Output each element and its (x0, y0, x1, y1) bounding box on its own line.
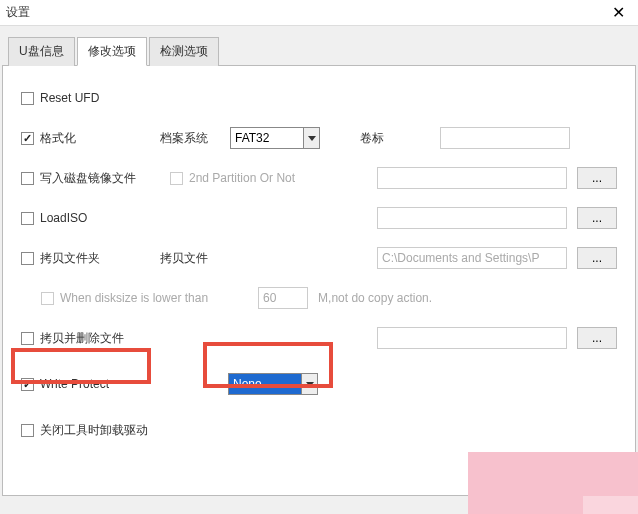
row-copy-folder: 拷贝文件夹 拷贝文件 C:\Documents and Settings\P .… (21, 246, 617, 270)
row-write-protect: Write Protect None (21, 372, 617, 396)
label-unload-driver: 关闭工具时卸载驱动 (40, 422, 190, 439)
checkbox-format[interactable] (21, 132, 34, 145)
options-panel: Reset UFD 格式化 档案系统 FAT32 卷标 写入磁盘镜像文件 2nd… (2, 66, 636, 496)
checkbox-disksize (41, 292, 54, 305)
input-copy-folder-path[interactable]: C:\Documents and Settings\P (377, 247, 567, 269)
label-filesystem: 档案系统 (160, 130, 220, 147)
label-load-iso: LoadISO (40, 211, 150, 225)
checkbox-load-iso[interactable] (21, 212, 34, 225)
label-copy-file: 拷贝文件 (160, 250, 220, 267)
checkbox-write-protect[interactable] (21, 378, 34, 391)
watermark-inner (583, 496, 638, 514)
browse-copy-folder-button[interactable]: ... (577, 247, 617, 269)
chevron-down-icon (303, 128, 319, 148)
label-volume: 卷标 (360, 130, 420, 147)
checkbox-copy-delete[interactable] (21, 332, 34, 345)
checkbox-unload-driver[interactable] (21, 424, 34, 437)
tab-usb-info[interactable]: U盘信息 (8, 37, 75, 66)
checkbox-write-image[interactable] (21, 172, 34, 185)
row-write-image: 写入磁盘镜像文件 2nd Partition Or Not ... (21, 166, 617, 190)
checkbox-copy-folder[interactable] (21, 252, 34, 265)
label-2nd-partition: 2nd Partition Or Not (189, 171, 295, 185)
tab-bar: U盘信息 修改选项 检测选项 (2, 36, 636, 66)
label-write-protect: Write Protect (40, 377, 150, 391)
checkbox-reset-ufd[interactable] (21, 92, 34, 105)
input-image-path[interactable] (377, 167, 567, 189)
row-load-iso: LoadISO ... (21, 206, 617, 230)
select-write-protect[interactable]: None (228, 373, 318, 395)
label-format: 格式化 (40, 130, 150, 147)
row-reset-ufd: Reset UFD (21, 86, 617, 110)
tab-modify-options[interactable]: 修改选项 (77, 37, 147, 66)
label-reset-ufd: Reset UFD (40, 91, 150, 105)
row-format: 格式化 档案系统 FAT32 卷标 (21, 126, 617, 150)
label-disksize-suffix: M,not do copy action. (318, 291, 432, 305)
tab-detect-options[interactable]: 检测选项 (149, 37, 219, 66)
chevron-down-icon (301, 374, 317, 394)
watermark-overlay (468, 452, 638, 514)
select-filesystem[interactable]: FAT32 (230, 127, 320, 149)
label-write-image: 写入磁盘镜像文件 (40, 170, 170, 187)
input-copy-delete-path[interactable] (377, 327, 567, 349)
row-unload-driver: 关闭工具时卸载驱动 (21, 418, 617, 442)
label-copy-delete: 拷贝并删除文件 (40, 330, 150, 347)
input-volume-label[interactable] (440, 127, 570, 149)
browse-iso-button[interactable]: ... (577, 207, 617, 229)
close-button[interactable]: ✕ (598, 0, 638, 26)
label-disksize: When disksize is lower than (60, 291, 208, 305)
browse-copy-delete-button[interactable]: ... (577, 327, 617, 349)
content-area: U盘信息 修改选项 检测选项 Reset UFD 格式化 档案系统 FAT32 … (0, 26, 638, 496)
row-disksize: When disksize is lower than 60 M,not do … (41, 286, 617, 310)
window-title: 设置 (6, 4, 30, 21)
titlebar: 设置 ✕ (0, 0, 638, 26)
label-copy-folder: 拷贝文件夹 (40, 250, 150, 267)
row-copy-delete: 拷贝并删除文件 ... (21, 326, 617, 350)
browse-image-button[interactable]: ... (577, 167, 617, 189)
input-iso-path[interactable] (377, 207, 567, 229)
input-disksize[interactable]: 60 (258, 287, 308, 309)
checkbox-2nd-partition (170, 172, 183, 185)
